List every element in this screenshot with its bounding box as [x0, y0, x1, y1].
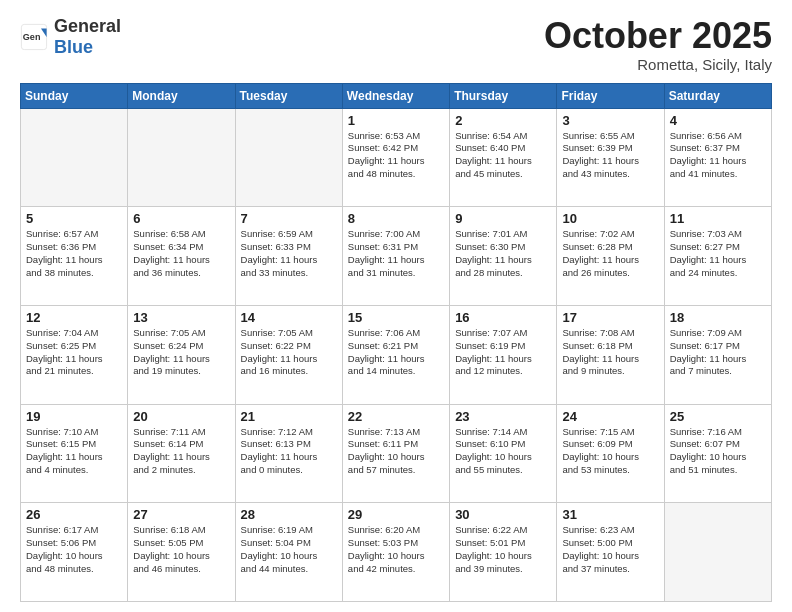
weekday-sunday: Sunday	[21, 83, 128, 108]
logo: Gen General Blue	[20, 16, 121, 58]
cell-info: Sunrise: 7:07 AM Sunset: 6:19 PM Dayligh…	[455, 327, 551, 378]
day-number: 6	[133, 211, 229, 226]
calendar-cell: 3Sunrise: 6:55 AM Sunset: 6:39 PM Daylig…	[557, 108, 664, 207]
weekday-saturday: Saturday	[664, 83, 771, 108]
day-number: 15	[348, 310, 444, 325]
calendar-cell: 27Sunrise: 6:18 AM Sunset: 5:05 PM Dayli…	[128, 503, 235, 602]
cell-info: Sunrise: 7:08 AM Sunset: 6:18 PM Dayligh…	[562, 327, 658, 378]
calendar-cell: 16Sunrise: 7:07 AM Sunset: 6:19 PM Dayli…	[450, 305, 557, 404]
cell-info: Sunrise: 6:55 AM Sunset: 6:39 PM Dayligh…	[562, 130, 658, 181]
day-number: 25	[670, 409, 766, 424]
calendar-cell: 6Sunrise: 6:58 AM Sunset: 6:34 PM Daylig…	[128, 207, 235, 306]
day-number: 16	[455, 310, 551, 325]
day-number: 14	[241, 310, 337, 325]
day-number: 31	[562, 507, 658, 522]
day-number: 24	[562, 409, 658, 424]
cell-info: Sunrise: 6:57 AM Sunset: 6:36 PM Dayligh…	[26, 228, 122, 279]
day-number: 29	[348, 507, 444, 522]
header: Gen General Blue October 2025 Rometta, S…	[20, 16, 772, 73]
logo-text: General Blue	[54, 16, 121, 58]
day-number: 22	[348, 409, 444, 424]
week-row-4: 19Sunrise: 7:10 AM Sunset: 6:15 PM Dayli…	[21, 404, 772, 503]
calendar-cell: 11Sunrise: 7:03 AM Sunset: 6:27 PM Dayli…	[664, 207, 771, 306]
weekday-tuesday: Tuesday	[235, 83, 342, 108]
cell-info: Sunrise: 7:03 AM Sunset: 6:27 PM Dayligh…	[670, 228, 766, 279]
cell-info: Sunrise: 7:04 AM Sunset: 6:25 PM Dayligh…	[26, 327, 122, 378]
day-number: 11	[670, 211, 766, 226]
cell-info: Sunrise: 7:16 AM Sunset: 6:07 PM Dayligh…	[670, 426, 766, 477]
calendar-cell: 8Sunrise: 7:00 AM Sunset: 6:31 PM Daylig…	[342, 207, 449, 306]
svg-text:Gen: Gen	[23, 32, 41, 42]
calendar-cell: 17Sunrise: 7:08 AM Sunset: 6:18 PM Dayli…	[557, 305, 664, 404]
cell-info: Sunrise: 6:19 AM Sunset: 5:04 PM Dayligh…	[241, 524, 337, 575]
day-number: 8	[348, 211, 444, 226]
calendar-cell: 22Sunrise: 7:13 AM Sunset: 6:11 PM Dayli…	[342, 404, 449, 503]
calendar-cell	[235, 108, 342, 207]
calendar-cell: 25Sunrise: 7:16 AM Sunset: 6:07 PM Dayli…	[664, 404, 771, 503]
cell-info: Sunrise: 6:20 AM Sunset: 5:03 PM Dayligh…	[348, 524, 444, 575]
cell-info: Sunrise: 7:12 AM Sunset: 6:13 PM Dayligh…	[241, 426, 337, 477]
day-number: 18	[670, 310, 766, 325]
calendar-cell	[128, 108, 235, 207]
cell-info: Sunrise: 7:11 AM Sunset: 6:14 PM Dayligh…	[133, 426, 229, 477]
cell-info: Sunrise: 7:14 AM Sunset: 6:10 PM Dayligh…	[455, 426, 551, 477]
cell-info: Sunrise: 6:17 AM Sunset: 5:06 PM Dayligh…	[26, 524, 122, 575]
day-number: 17	[562, 310, 658, 325]
calendar-cell: 31Sunrise: 6:23 AM Sunset: 5:00 PM Dayli…	[557, 503, 664, 602]
calendar-cell: 2Sunrise: 6:54 AM Sunset: 6:40 PM Daylig…	[450, 108, 557, 207]
calendar-cell: 28Sunrise: 6:19 AM Sunset: 5:04 PM Dayli…	[235, 503, 342, 602]
location: Rometta, Sicily, Italy	[544, 56, 772, 73]
calendar-cell: 21Sunrise: 7:12 AM Sunset: 6:13 PM Dayli…	[235, 404, 342, 503]
calendar-cell: 26Sunrise: 6:17 AM Sunset: 5:06 PM Dayli…	[21, 503, 128, 602]
day-number: 19	[26, 409, 122, 424]
logo-general: General	[54, 16, 121, 36]
calendar-cell: 4Sunrise: 6:56 AM Sunset: 6:37 PM Daylig…	[664, 108, 771, 207]
calendar-table: SundayMondayTuesdayWednesdayThursdayFrid…	[20, 83, 772, 602]
calendar-cell: 15Sunrise: 7:06 AM Sunset: 6:21 PM Dayli…	[342, 305, 449, 404]
weekday-monday: Monday	[128, 83, 235, 108]
cell-info: Sunrise: 6:23 AM Sunset: 5:00 PM Dayligh…	[562, 524, 658, 575]
cell-info: Sunrise: 7:09 AM Sunset: 6:17 PM Dayligh…	[670, 327, 766, 378]
day-number: 4	[670, 113, 766, 128]
calendar-cell: 18Sunrise: 7:09 AM Sunset: 6:17 PM Dayli…	[664, 305, 771, 404]
weekday-thursday: Thursday	[450, 83, 557, 108]
day-number: 27	[133, 507, 229, 522]
cell-info: Sunrise: 6:58 AM Sunset: 6:34 PM Dayligh…	[133, 228, 229, 279]
week-row-5: 26Sunrise: 6:17 AM Sunset: 5:06 PM Dayli…	[21, 503, 772, 602]
day-number: 9	[455, 211, 551, 226]
weekday-header-row: SundayMondayTuesdayWednesdayThursdayFrid…	[21, 83, 772, 108]
week-row-3: 12Sunrise: 7:04 AM Sunset: 6:25 PM Dayli…	[21, 305, 772, 404]
day-number: 3	[562, 113, 658, 128]
cell-info: Sunrise: 6:18 AM Sunset: 5:05 PM Dayligh…	[133, 524, 229, 575]
cell-info: Sunrise: 7:10 AM Sunset: 6:15 PM Dayligh…	[26, 426, 122, 477]
calendar-cell: 30Sunrise: 6:22 AM Sunset: 5:01 PM Dayli…	[450, 503, 557, 602]
calendar-cell: 9Sunrise: 7:01 AM Sunset: 6:30 PM Daylig…	[450, 207, 557, 306]
calendar-cell: 10Sunrise: 7:02 AM Sunset: 6:28 PM Dayli…	[557, 207, 664, 306]
day-number: 10	[562, 211, 658, 226]
cell-info: Sunrise: 6:54 AM Sunset: 6:40 PM Dayligh…	[455, 130, 551, 181]
day-number: 13	[133, 310, 229, 325]
calendar-cell: 20Sunrise: 7:11 AM Sunset: 6:14 PM Dayli…	[128, 404, 235, 503]
cell-info: Sunrise: 6:22 AM Sunset: 5:01 PM Dayligh…	[455, 524, 551, 575]
day-number: 21	[241, 409, 337, 424]
cell-info: Sunrise: 7:05 AM Sunset: 6:24 PM Dayligh…	[133, 327, 229, 378]
calendar-cell: 13Sunrise: 7:05 AM Sunset: 6:24 PM Dayli…	[128, 305, 235, 404]
day-number: 5	[26, 211, 122, 226]
calendar-cell: 14Sunrise: 7:05 AM Sunset: 6:22 PM Dayli…	[235, 305, 342, 404]
week-row-2: 5Sunrise: 6:57 AM Sunset: 6:36 PM Daylig…	[21, 207, 772, 306]
month-title: October 2025	[544, 16, 772, 56]
calendar-cell: 29Sunrise: 6:20 AM Sunset: 5:03 PM Dayli…	[342, 503, 449, 602]
title-block: October 2025 Rometta, Sicily, Italy	[544, 16, 772, 73]
cell-info: Sunrise: 7:15 AM Sunset: 6:09 PM Dayligh…	[562, 426, 658, 477]
calendar-cell: 7Sunrise: 6:59 AM Sunset: 6:33 PM Daylig…	[235, 207, 342, 306]
day-number: 28	[241, 507, 337, 522]
cell-info: Sunrise: 6:59 AM Sunset: 6:33 PM Dayligh…	[241, 228, 337, 279]
weekday-friday: Friday	[557, 83, 664, 108]
weekday-wednesday: Wednesday	[342, 83, 449, 108]
day-number: 26	[26, 507, 122, 522]
calendar-cell: 24Sunrise: 7:15 AM Sunset: 6:09 PM Dayli…	[557, 404, 664, 503]
page: Gen General Blue October 2025 Rometta, S…	[0, 0, 792, 612]
cell-info: Sunrise: 7:06 AM Sunset: 6:21 PM Dayligh…	[348, 327, 444, 378]
logo-icon: Gen	[20, 23, 48, 51]
calendar-cell: 23Sunrise: 7:14 AM Sunset: 6:10 PM Dayli…	[450, 404, 557, 503]
